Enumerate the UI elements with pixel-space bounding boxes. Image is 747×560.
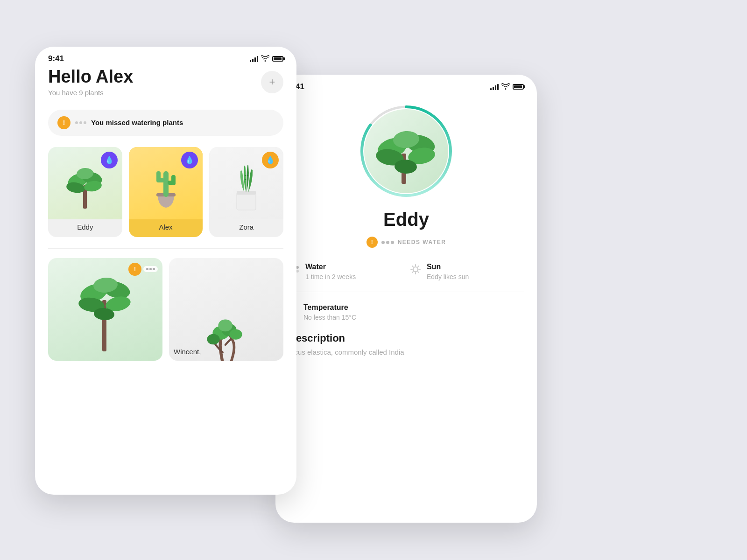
greeting-subtitle: You have 9 plants	[48, 89, 133, 97]
care-item-sun: Sun Eddy likes sun	[410, 263, 524, 280]
plant-card-bottom-wincent[interactable]: Wincent,	[169, 258, 283, 361]
plant-name-zora: Zora	[239, 223, 254, 231]
svg-point-45	[413, 267, 418, 272]
wifi-icon-right	[501, 83, 510, 91]
status-bar-right: 9:41	[275, 75, 537, 95]
time-left: 9:41	[48, 54, 64, 63]
plant-detail-content: Eddy ! NEEDS WATER	[275, 105, 537, 358]
svg-line-15	[245, 179, 246, 180]
care-item-temperature: Temperature No less than 15°C	[289, 303, 524, 321]
sun-care-label: Sun	[427, 263, 469, 271]
bottom-eddy-illustration	[75, 263, 136, 356]
divider	[48, 248, 283, 249]
signal-icon-right	[490, 84, 499, 90]
svg-line-52	[412, 272, 413, 273]
svg-line-53	[418, 266, 419, 267]
header-row: Hello Alex You have 9 plants +	[48, 67, 283, 97]
plant-card-eddy[interactable]: 💧 Eddy	[48, 147, 122, 237]
plants-bottom-row: !	[48, 258, 283, 361]
signal-icon	[250, 56, 258, 62]
left-phone: 9:41 Hello	[35, 47, 296, 495]
add-plant-button[interactable]: +	[261, 71, 283, 93]
description-title: Description	[289, 332, 524, 344]
water-drops-indicator	[75, 121, 86, 124]
greeting-title: Hello Alex	[48, 67, 133, 87]
needs-water-alert-icon: !	[366, 237, 378, 248]
plants-top-row: 💧 Eddy	[48, 147, 283, 237]
care-grid: Water 1 time in 2 weeks	[289, 263, 524, 292]
bottom-plant-name-wincent: Wincent,	[174, 348, 201, 356]
mini-dots	[143, 266, 158, 272]
status-bar-left: 9:41	[35, 47, 296, 67]
alert-text: You missed watering plants	[91, 119, 183, 126]
water-badge-alex: 💧	[181, 152, 198, 168]
temperature-care-label: Temperature	[303, 303, 356, 312]
needs-water-drops	[381, 241, 394, 244]
water-badge-zora: 💧	[262, 152, 279, 168]
description-text: Ficus elastica, commonly called India	[289, 347, 524, 358]
sun-care-value: Eddy likes sun	[427, 273, 469, 280]
bottom-card-name-bar-wincent: Wincent,	[169, 343, 283, 361]
plant-name-eddy: Eddy	[77, 223, 93, 231]
svg-line-16	[247, 175, 248, 175]
water-care-value: 1 time in 2 weeks	[305, 273, 356, 280]
left-phone-content: Hello Alex You have 9 plants + ! You mis…	[35, 67, 296, 361]
plant-detail-name: Eddy	[289, 209, 524, 230]
plant-card-zora[interactable]: 💧 Zora	[209, 147, 283, 237]
svg-line-50	[412, 266, 413, 267]
alex-plant-illustration	[146, 153, 186, 213]
wifi-icon	[261, 55, 269, 63]
progress-ring	[359, 105, 453, 198]
battery-icon	[272, 56, 283, 62]
needs-water-label: NEEDS WATER	[398, 239, 446, 245]
status-icons-left	[250, 55, 283, 63]
greeting-section: Hello Alex You have 9 plants	[48, 67, 133, 97]
plant-name-alex: Alex	[159, 223, 172, 231]
temperature-care-value: No less than 15°C	[303, 314, 356, 321]
svg-rect-7	[163, 171, 169, 197]
battery-icon-right	[513, 84, 524, 90]
sun-care-icon	[410, 264, 421, 278]
alert-banner[interactable]: ! You missed watering plants	[48, 110, 283, 136]
status-icons-right	[490, 83, 524, 91]
svg-point-27	[218, 319, 232, 331]
care-item-water: Water 1 time in 2 weeks	[289, 263, 402, 280]
description-section: Description Ficus elastica, commonly cal…	[289, 332, 524, 358]
water-care-label: Water	[305, 263, 356, 271]
svg-rect-13	[237, 191, 256, 195]
alert-icon: !	[57, 116, 70, 129]
svg-line-14	[245, 175, 246, 176]
alert-badge-combo-bottom: !	[128, 263, 158, 276]
plant-card-bottom-eddy[interactable]: !	[48, 258, 162, 361]
svg-rect-12	[237, 192, 256, 210]
svg-rect-11	[171, 175, 176, 185]
needs-water-row: ! NEEDS WATER	[289, 237, 524, 248]
plant-card-alex[interactable]: 💧 Alex	[129, 147, 203, 237]
svg-point-29	[229, 329, 242, 339]
plant-ring-container	[359, 105, 453, 198]
mini-alert-icon: !	[128, 263, 141, 276]
svg-line-51	[418, 272, 419, 273]
plant-hero	[289, 105, 524, 198]
right-phone: 9:41	[275, 75, 537, 523]
water-badge-eddy: 💧	[101, 152, 118, 168]
eddy-plant-illustration	[64, 153, 106, 213]
svg-rect-9	[156, 171, 161, 182]
zora-plant-illustration	[226, 153, 266, 213]
